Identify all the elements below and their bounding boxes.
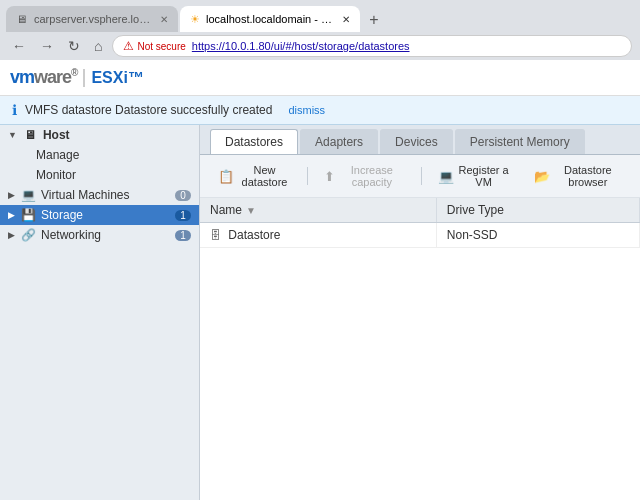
host-chevron: ▼ [8, 130, 17, 140]
tab2-label: localhost.localdomain - VMware [206, 13, 336, 25]
sidebar-host-label: Host [43, 128, 70, 142]
esxi-brand: ESXi™ [83, 69, 143, 87]
col-drive-type-label: Drive Type [447, 203, 504, 217]
esxi-header: vmware® ESXi™ [0, 60, 640, 96]
new-datastore-label: New datastore [238, 164, 291, 188]
content-tabs: Datastores Adapters Devices Persistent M… [200, 125, 640, 155]
vm-chevron: ▶ [8, 190, 15, 200]
vm-badge: 0 [175, 190, 191, 201]
storage-label: Storage [41, 208, 83, 222]
datastore-name-cell: 🗄 Datastore [200, 223, 436, 248]
dismiss-link[interactable]: dismiss [288, 104, 325, 116]
new-datastore-icon: 📋 [218, 169, 234, 184]
col-name[interactable]: Name ▼ [200, 198, 436, 223]
storage-icon: 💾 [21, 208, 35, 222]
sidebar-item-storage[interactable]: ▶ 💾 Storage 1 [0, 205, 199, 225]
tab1-favicon: 🖥 [16, 13, 28, 25]
home-button[interactable]: ⌂ [90, 36, 106, 56]
increase-capacity-label: Increase capacity [339, 164, 405, 188]
col-name-label: Name [210, 203, 242, 217]
security-warning-text: Not secure [137, 41, 185, 52]
increase-capacity-button[interactable]: ⬆ Increase capacity [316, 161, 413, 191]
vm-icon: 💻 [21, 188, 35, 202]
vm-label: Virtual Machines [41, 188, 130, 202]
networking-icon: 🔗 [21, 228, 35, 242]
forward-button[interactable]: → [36, 36, 58, 56]
tab1-label: carpserver.vsphere.localhost - Vi... [34, 13, 154, 25]
sidebar-item-virtual-machines[interactable]: ▶ 💻 Virtual Machines 0 [0, 185, 199, 205]
register-vm-icon: 💻 [438, 169, 454, 184]
monitor-label: Monitor [36, 168, 76, 182]
sort-icon: ▼ [246, 205, 256, 216]
notification-text: VMFS datastore Datastore succesfully cre… [25, 103, 272, 117]
datastore-browser-button[interactable]: 📂 Datastore browser [526, 161, 630, 191]
tab-devices[interactable]: Devices [380, 129, 453, 154]
datastore-drive-type-cell: Non-SSD [436, 223, 639, 248]
tab-persistent-memory[interactable]: Persistent Memory [455, 129, 585, 154]
warning-icon: ⚠ [123, 39, 134, 53]
notification-banner: ℹ VMFS datastore Datastore succesfully c… [0, 96, 640, 125]
security-warning: ⚠ Not secure [123, 39, 185, 53]
manage-label: Manage [36, 148, 79, 162]
networking-badge: 1 [175, 230, 191, 241]
tab-adapters[interactable]: Adapters [300, 129, 378, 154]
storage-chevron: ▶ [8, 210, 15, 220]
datastores-table-area: Name ▼ Drive Type [200, 198, 640, 500]
toolbar-sep-1 [307, 167, 308, 185]
new-tab-button[interactable]: + [362, 8, 386, 32]
toolbar-sep-2 [421, 167, 422, 185]
storage-badge: 1 [175, 210, 191, 221]
address-url: https://10.0.1.80/ui/#/host/storage/data… [192, 40, 410, 52]
increase-capacity-icon: ⬆ [324, 169, 335, 184]
tab-datastores[interactable]: Datastores [210, 129, 298, 154]
tab2-favicon: ☀ [190, 13, 200, 25]
networking-label: Networking [41, 228, 101, 242]
register-vm-button[interactable]: 💻 Register a VM [430, 161, 518, 191]
sidebar-item-manage[interactable]: Manage [0, 145, 199, 165]
reload-button[interactable]: ↻ [64, 36, 84, 56]
datastore-browser-label: Datastore browser [554, 164, 622, 188]
sidebar-item-host[interactable]: ▼ 🖥 Host [0, 125, 199, 145]
browser-tab-2[interactable]: ☀ localhost.localdomain - VMware ✕ [180, 6, 360, 32]
datastore-name: Datastore [228, 228, 280, 242]
sidebar-item-monitor[interactable]: Monitor [0, 165, 199, 185]
networking-chevron: ▶ [8, 230, 15, 240]
toolbar: 📋 New datastore ⬆ Increase capacity 💻 Re… [200, 155, 640, 198]
address-bar[interactable]: ⚠ Not secure https://10.0.1.80/ui/#/host… [112, 35, 632, 57]
datastore-row-icon: 🗄 [210, 229, 221, 241]
sidebar: ▼ 🖥 Host Manage Monitor ▶ 💻 Virtual Mach… [0, 125, 200, 500]
host-icon: 🖥 [23, 128, 37, 142]
notification-icon: ℹ [12, 102, 17, 118]
sidebar-item-networking[interactable]: ▶ 🔗 Networking 1 [0, 225, 199, 245]
new-datastore-button[interactable]: 📋 New datastore [210, 161, 299, 191]
content-area: Datastores Adapters Devices Persistent M… [200, 125, 640, 500]
register-vm-label: Register a VM [458, 164, 510, 188]
tab2-close[interactable]: ✕ [342, 14, 350, 25]
browser-tab-1[interactable]: 🖥 carpserver.vsphere.localhost - Vi... ✕ [6, 6, 178, 32]
col-drive-type[interactable]: Drive Type [436, 198, 639, 223]
vmware-text: vmware® [10, 67, 77, 88]
vmware-logo: vmware® ESXi™ [10, 67, 144, 88]
table-row[interactable]: 🗄 Datastore Non-SSD [200, 223, 640, 248]
back-button[interactable]: ← [8, 36, 30, 56]
datastores-table: Name ▼ Drive Type [200, 198, 640, 248]
tab1-close[interactable]: ✕ [160, 14, 168, 25]
datastore-browser-icon: 📂 [534, 169, 550, 184]
